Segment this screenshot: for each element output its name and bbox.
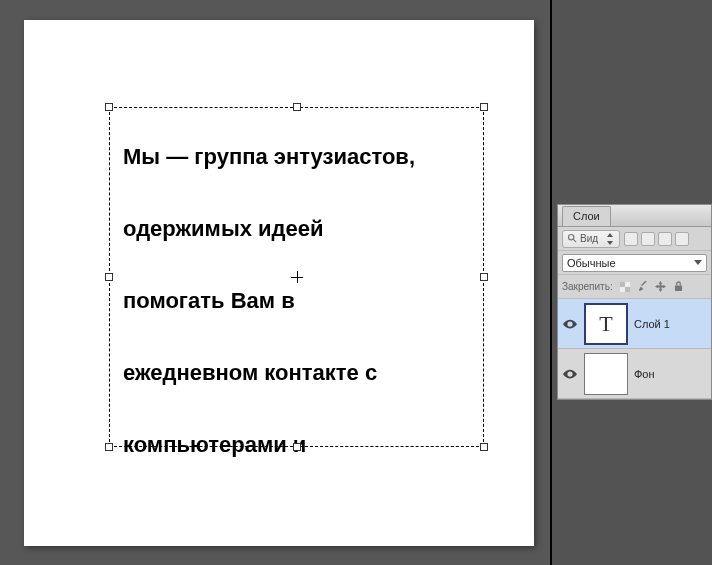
svg-rect-4 — [625, 282, 630, 287]
blend-mode-value: Обычные — [567, 257, 616, 269]
svg-rect-3 — [625, 287, 630, 292]
visibility-toggle[interactable] — [562, 316, 578, 332]
svg-point-0 — [569, 234, 574, 239]
lock-label: Закрепить: — [562, 281, 613, 292]
filter-button-1[interactable] — [624, 232, 638, 246]
layer-filter-select[interactable]: Вид — [562, 230, 620, 248]
transform-handle-top-right[interactable] — [480, 103, 488, 111]
transform-handle-bottom-left[interactable] — [105, 443, 113, 451]
panels-dock: Слои Вид Обычные Зак — [552, 0, 712, 565]
lock-brush-icon[interactable] — [637, 281, 649, 293]
document-canvas[interactable]: Мы — группа энтузиастов, одержимых идеей… — [24, 20, 534, 546]
svg-rect-5 — [620, 287, 625, 292]
document-workspace: Мы — группа энтузиастов, одержимых идеей… — [0, 0, 550, 565]
transform-handle-bottom-right[interactable] — [480, 443, 488, 451]
layer-row[interactable]: T Слой 1 — [558, 299, 711, 349]
layer-thumbnail[interactable]: T — [584, 303, 628, 345]
lock-all-icon[interactable] — [673, 281, 685, 293]
tab-layers[interactable]: Слои — [562, 206, 611, 226]
text-frame[interactable]: Мы — группа энтузиастов, одержимых идеей… — [109, 107, 484, 447]
transform-handle-top-mid[interactable] — [293, 103, 301, 111]
svg-line-6 — [642, 281, 647, 286]
stepper-arrows-icon — [605, 232, 615, 246]
layer-filter-buttons — [624, 232, 689, 246]
text-content[interactable]: Мы — группа энтузиастов, одержимых идеей… — [123, 121, 474, 481]
lock-row: Закрепить: — [558, 275, 711, 299]
visibility-toggle[interactable] — [562, 366, 578, 382]
blend-mode-select[interactable]: Обычные — [562, 254, 707, 272]
transform-handle-mid-left[interactable] — [105, 273, 113, 281]
layer-name[interactable]: Слой 1 — [634, 318, 670, 330]
layers-filter-row: Вид — [558, 227, 711, 251]
layer-filter-label: Вид — [580, 233, 598, 244]
layers-list: T Слой 1 Фон — [558, 299, 711, 399]
layer-row[interactable]: Фон — [558, 349, 711, 399]
filter-button-3[interactable] — [658, 232, 672, 246]
panel-tabbar: Слои — [558, 205, 711, 227]
search-icon — [567, 233, 577, 245]
svg-line-1 — [573, 239, 576, 242]
layer-name[interactable]: Фон — [634, 368, 655, 380]
lock-move-icon[interactable] — [655, 281, 667, 293]
svg-rect-7 — [675, 286, 682, 291]
filter-button-4[interactable] — [675, 232, 689, 246]
chevron-down-icon — [694, 260, 702, 265]
text-layer-icon: T — [599, 311, 612, 337]
filter-button-2[interactable] — [641, 232, 655, 246]
svg-rect-2 — [620, 282, 625, 287]
layers-panel: Слои Вид Обычные Зак — [557, 204, 712, 400]
blend-mode-row: Обычные — [558, 251, 711, 275]
lock-transparent-icon[interactable] — [619, 281, 631, 293]
transform-handle-bottom-mid[interactable] — [293, 443, 301, 451]
layer-thumbnail[interactable] — [584, 353, 628, 395]
transform-handle-mid-right[interactable] — [480, 273, 488, 281]
transform-handle-top-left[interactable] — [105, 103, 113, 111]
